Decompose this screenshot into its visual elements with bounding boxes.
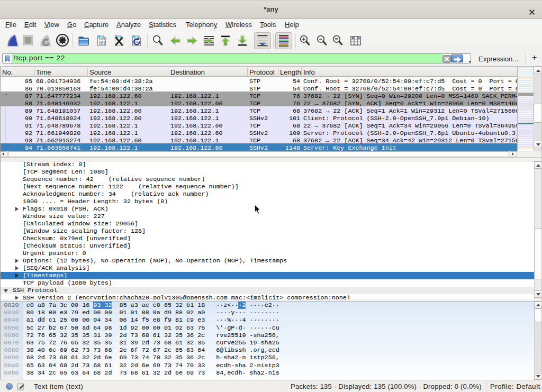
svg-text:0111: 0111 xyxy=(99,43,105,45)
